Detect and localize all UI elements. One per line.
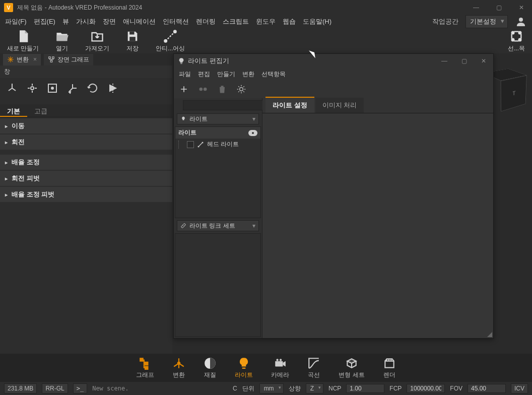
section-rotate[interactable]: 회전: [0, 135, 172, 150]
snap-icon[interactable]: [66, 82, 79, 94]
titlebar: V 제목 없음 - Autodesk VRED Professional 202…: [0, 0, 532, 15]
light-editor-window: 라이트 편집기 — ▢ ✕ 파일 편집 만들기 변환 선택항목: [173, 53, 494, 339]
tool-save[interactable]: 저장: [125, 29, 140, 53]
maximize-button[interactable]: ▢: [492, 2, 506, 13]
submenu-edit[interactable]: 편집: [198, 70, 210, 79]
linkset-dropdown[interactable]: 라이트 링크 세트: [177, 220, 259, 231]
tree-item-headlight[interactable]: 헤드 라이트: [175, 139, 260, 150]
tab-scenegraph[interactable]: 장면 그래프: [44, 54, 93, 65]
mod-variant[interactable]: 변형 세트: [339, 357, 364, 379]
close-tab-icon[interactable]: ×: [33, 56, 37, 63]
svg-point-13: [51, 87, 53, 89]
local-axis-icon[interactable]: [6, 82, 18, 94]
mod-material-label: 재질: [204, 371, 216, 379]
tool-new-label: 새로 만들기: [7, 44, 39, 53]
tab-transform[interactable]: 변환 ×: [3, 54, 41, 65]
menu-animation[interactable]: 애니메이션: [123, 17, 156, 26]
mod-camera[interactable]: 카메라: [271, 357, 289, 379]
mod-render[interactable]: 렌더: [383, 357, 396, 379]
menu-view[interactable]: 뷰: [62, 17, 69, 26]
menu-help[interactable]: 도움말(H): [303, 17, 331, 26]
submenu-selection[interactable]: 선택항목: [261, 70, 286, 79]
tool-open[interactable]: 열기: [55, 29, 69, 53]
status-bar: 231.8 MB RR-GL >_ New scene. C 단위 mm 상향 …: [0, 382, 532, 395]
svg-point-6: [519, 31, 521, 34]
subwin-maximize[interactable]: ▢: [458, 56, 470, 65]
light-editor-toolbar: [174, 80, 493, 98]
svg-rect-21: [141, 358, 143, 361]
mod-graph[interactable]: 그래프: [136, 357, 154, 379]
menu-window[interactable]: 윈도우: [256, 17, 276, 26]
menu-script[interactable]: 스크립트: [223, 17, 249, 26]
tab-image-processing[interactable]: 이미지 처리: [315, 98, 364, 113]
reset-pivot-icon[interactable]: [26, 82, 38, 94]
status-ncp-input[interactable]: [346, 384, 384, 393]
mode-tabs: 기본 고급: [0, 104, 172, 117]
user-icon[interactable]: [515, 16, 527, 28]
mod-material[interactable]: 재질: [204, 357, 217, 379]
menu-edit[interactable]: 편집(E): [34, 17, 55, 26]
center-pivot-icon[interactable]: [46, 82, 58, 94]
status-unit-dropdown[interactable]: mm: [259, 383, 284, 393]
status-terminal-icon[interactable]: >_: [73, 383, 87, 393]
menu-visualize[interactable]: 가시화: [76, 17, 96, 26]
menu-scene[interactable]: 장면: [103, 17, 116, 26]
svg-point-16: [204, 88, 207, 91]
status-up-dropdown[interactable]: Z: [306, 383, 323, 393]
mod-variant-label: 변형 세트: [339, 371, 364, 379]
linkset-label: 라이트 링크 세트: [189, 222, 235, 230]
svg-point-4: [174, 30, 176, 33]
viewcube-front[interactable]: T: [501, 75, 527, 112]
add-light-icon[interactable]: [179, 84, 189, 94]
section-scale-pivot[interactable]: 배율 조정 피벗: [0, 187, 172, 202]
left-panel: 변환 × 장면 그래프 창 기본 고급 이동 회전 배율 조정 회전 피벗 배율…: [0, 53, 172, 366]
section-translate[interactable]: 이동: [0, 118, 172, 134]
tool-selection[interactable]: 선...목: [508, 29, 525, 53]
visibility-toggle-icon[interactable]: [248, 130, 257, 136]
mode-advanced[interactable]: 고급: [27, 104, 54, 117]
mod-light[interactable]: 라이트: [235, 357, 253, 379]
tab-light-settings[interactable]: 라이트 설정: [265, 97, 314, 113]
toggle-light-icon[interactable]: [236, 84, 246, 94]
svg-rect-1: [130, 31, 135, 34]
delete-icon[interactable]: [217, 84, 227, 94]
close-button[interactable]: ✕: [515, 2, 528, 13]
mod-transform[interactable]: 변환: [172, 357, 185, 379]
tool-new[interactable]: 새로 만들기: [7, 29, 39, 53]
light-tree[interactable]: 라이트 헤드 라이트: [175, 126, 261, 218]
submenu-create[interactable]: 만들기: [217, 70, 235, 79]
menu-rendering[interactable]: 렌더링: [196, 17, 216, 26]
tool-antialias[interactable]: 안티...어싱: [156, 29, 185, 53]
subwin-minimize[interactable]: —: [438, 56, 450, 65]
light-editor-titlebar[interactable]: 라이트 편집기 — ▢ ✕: [174, 54, 493, 68]
tool-import[interactable]: 가져오기: [85, 29, 109, 53]
minimize-button[interactable]: —: [469, 2, 483, 13]
submenu-file[interactable]: 파일: [179, 70, 191, 79]
duplicate-icon[interactable]: [198, 84, 208, 94]
mod-curve[interactable]: 곡선: [307, 357, 320, 379]
subwin-close[interactable]: ✕: [478, 56, 489, 65]
svg-rect-10: [52, 57, 54, 59]
mod-light-label: 라이트: [235, 371, 253, 379]
tree-checkbox[interactable]: [187, 141, 194, 148]
menu-file[interactable]: 파일(F): [5, 17, 27, 26]
tree-header[interactable]: 라이트: [175, 127, 260, 139]
menu-interaction[interactable]: 인터랙션: [163, 17, 189, 26]
section-rotate-pivot[interactable]: 회전 피벗: [0, 171, 172, 186]
light-filter-dropdown[interactable]: 라이트: [177, 113, 259, 124]
status-fov-input[interactable]: [468, 384, 506, 393]
linkset-list[interactable]: [175, 233, 261, 337]
svg-point-24: [178, 362, 180, 364]
mode-basic[interactable]: 기본: [0, 104, 27, 117]
reset-transform-icon[interactable]: [87, 82, 99, 94]
resize-handle[interactable]: [486, 331, 492, 337]
section-scale[interactable]: 배율 조정: [0, 155, 172, 170]
apply-transform-icon[interactable]: [107, 82, 119, 94]
submenu-convert[interactable]: 변환: [242, 70, 254, 79]
workspace-dropdown[interactable]: 기본설정: [466, 15, 508, 28]
search-input[interactable]: [183, 100, 265, 110]
status-icv[interactable]: ICV: [511, 383, 528, 393]
headlight-icon: [196, 141, 205, 149]
menu-webshop[interactable]: 웹숍: [283, 17, 296, 26]
status-fcp-input[interactable]: [407, 384, 445, 393]
